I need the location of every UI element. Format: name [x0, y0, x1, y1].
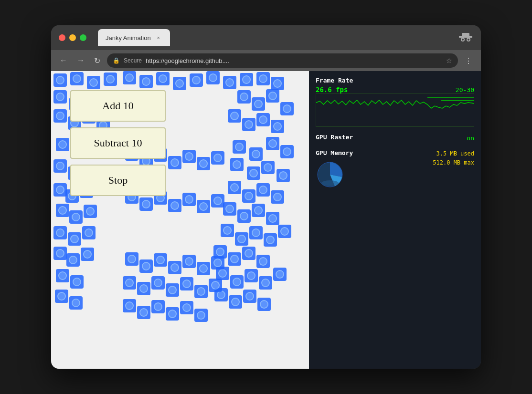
gpu-raster-value: on: [467, 135, 474, 142]
blue-square: [206, 71, 220, 84]
frame-rate-title: Frame Rate: [316, 77, 474, 84]
blue-square: [69, 296, 83, 310]
svg-point-4: [462, 39, 464, 41]
blue-square: [245, 269, 258, 282]
blue-square: [242, 118, 255, 131]
blue-square: [197, 262, 210, 275]
blue-square: [137, 306, 150, 319]
minimize-traffic-light[interactable]: [69, 34, 76, 41]
add-10-button[interactable]: Add 10: [70, 90, 166, 122]
blue-square: [252, 204, 265, 217]
blue-square: [271, 120, 284, 133]
subtract-10-button[interactable]: Subtract 10: [70, 127, 166, 159]
blue-square: [182, 255, 196, 268]
fps-graph: [316, 93, 474, 127]
blue-square: [237, 209, 251, 223]
blue-square: [166, 283, 179, 297]
forward-button[interactable]: →: [74, 54, 87, 67]
blue-square: [82, 226, 96, 239]
blue-square: [249, 226, 263, 239]
blue-square: [84, 205, 97, 218]
blue-square: [252, 97, 265, 111]
active-tab[interactable]: Janky Animation ×: [98, 29, 170, 46]
blue-square: [278, 225, 291, 238]
address-input[interactable]: 🔒 Secure https://googlechrome.github....…: [107, 53, 458, 68]
blue-square: [228, 252, 241, 266]
browser-menu-button[interactable]: ⋮: [462, 54, 475, 67]
blue-square: [168, 156, 181, 169]
bookmark-star-icon[interactable]: ☆: [446, 57, 452, 64]
blue-square: [56, 138, 69, 151]
webpage: Add 10 Subtract 10 Stop: [51, 71, 309, 369]
traffic-lights: [59, 34, 86, 41]
blue-square: [197, 157, 210, 170]
performance-overlay: Frame Rate 26.6 fps 20-30: [309, 71, 481, 369]
blue-square: [70, 72, 84, 85]
blue-square: [168, 261, 181, 274]
blue-square: [257, 298, 271, 311]
incognito-icon: [458, 31, 473, 45]
blue-square: [194, 285, 208, 298]
blue-square: [53, 90, 67, 104]
lock-icon: 🔒: [113, 57, 120, 64]
blue-square: [182, 150, 196, 163]
blue-square: [55, 290, 68, 303]
blue-square: [137, 282, 150, 295]
blue-square: [166, 307, 179, 321]
blue-square: [123, 276, 136, 290]
blue-square: [223, 202, 236, 216]
reload-button[interactable]: ↻: [91, 54, 103, 67]
blue-square: [266, 137, 279, 150]
blue-square: [266, 212, 279, 225]
blue-square: [256, 72, 270, 85]
blue-square: [273, 268, 287, 281]
blue-square: [261, 161, 275, 174]
gpu-memory-values: 3.5 MB used 512.0 MB max: [433, 149, 474, 167]
blue-square: [259, 276, 272, 290]
blue-square: [264, 233, 277, 247]
blue-square: [277, 169, 290, 182]
back-button[interactable]: ←: [57, 54, 70, 67]
fps-graph-top-line: [316, 98, 474, 98]
blue-square: [240, 73, 253, 86]
blue-square: [230, 158, 244, 171]
close-traffic-light[interactable]: [59, 34, 65, 41]
fps-wave-chart: [316, 94, 474, 113]
tab-title: Janky Animation: [106, 34, 151, 41]
blue-square: [123, 71, 136, 84]
blue-square: [125, 252, 138, 266]
blue-square: [151, 276, 165, 290]
blue-square: [69, 210, 83, 224]
frame-rate-section: Frame Rate 26.6 fps 20-30: [316, 77, 474, 127]
blue-square: [168, 199, 181, 212]
blue-square: [247, 166, 260, 180]
blue-square: [66, 253, 80, 267]
stop-button[interactable]: Stop: [70, 165, 166, 196]
blue-square: [223, 76, 236, 89]
blue-square: [139, 197, 153, 211]
blue-square: [70, 275, 84, 289]
blue-square: [228, 181, 241, 194]
blue-square: [151, 300, 165, 313]
blue-square: [180, 277, 193, 290]
blue-square: [211, 194, 224, 207]
blue-square: [156, 72, 170, 85]
gpu-memory-max: 512.0 MB max: [433, 158, 474, 167]
blue-square: [228, 109, 241, 123]
blue-square: [237, 90, 251, 104]
maximize-traffic-light[interactable]: [80, 34, 86, 41]
blue-square: [53, 226, 67, 239]
blue-square: [68, 232, 81, 246]
gpu-memory-left: GPU Memory: [316, 149, 353, 190]
blue-square: [256, 255, 270, 268]
blue-square: [211, 151, 224, 165]
blue-square: [249, 147, 263, 161]
blue-square: [230, 275, 244, 289]
blue-square: [197, 200, 210, 213]
blue-square: [81, 248, 94, 261]
tab-close-button[interactable]: ×: [155, 34, 162, 41]
blue-square: [280, 145, 294, 158]
blue-square: [242, 247, 255, 260]
blue-square: [229, 295, 242, 309]
blue-square: [87, 76, 100, 89]
